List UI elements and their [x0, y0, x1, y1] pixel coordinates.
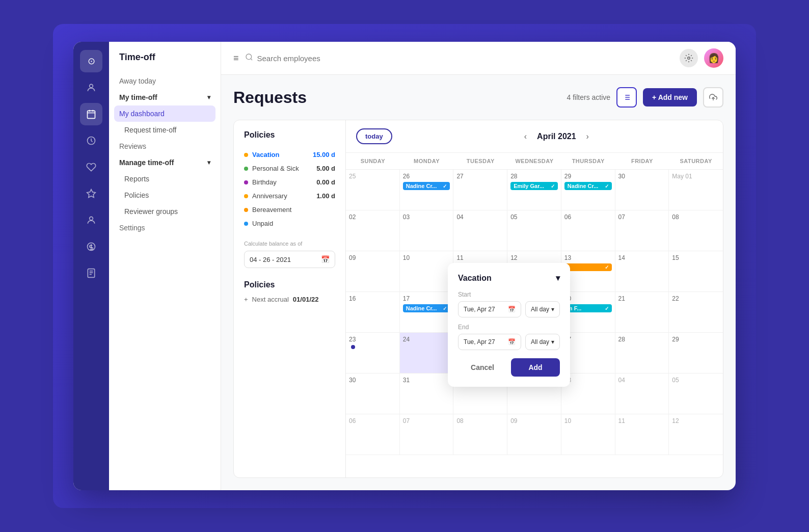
policy-anniversary-label: Anniversary: [252, 192, 287, 200]
sidebar-icon-person[interactable]: [80, 209, 102, 231]
sidebar-icon-star[interactable]: [80, 182, 102, 205]
cal-cell-03[interactable]: 03: [400, 210, 454, 251]
balance-date-input[interactable]: 04 - 26 - 2021 📅: [244, 251, 335, 268]
avatar[interactable]: 👩: [704, 48, 723, 68]
cal-cell-june10[interactable]: 10: [561, 414, 615, 455]
cal-cell-june11[interactable]: 11: [615, 414, 669, 455]
today-button[interactable]: today: [356, 128, 392, 144]
policies-section2-title: Policies: [244, 280, 335, 289]
cal-cell-09[interactable]: 09: [346, 251, 400, 292]
filter-button[interactable]: [616, 87, 637, 108]
cal-event-emily-28[interactable]: Emily Gar...✓: [510, 182, 558, 190]
cal-cell-june08[interactable]: 08: [453, 414, 507, 455]
cal-cell-29-w5[interactable]: 29: [669, 333, 723, 374]
cal-cell-08[interactable]: 08: [669, 210, 723, 251]
policy-unpaid[interactable]: Unpaid: [244, 217, 335, 230]
popup-type-label: Vacation: [458, 274, 492, 283]
svg-line-15: [251, 59, 252, 60]
cal-cell-23[interactable]: 23: [346, 333, 400, 374]
nav-reviews[interactable]: Reviews: [109, 138, 221, 154]
cal-cell-27[interactable]: 27: [453, 170, 507, 210]
nav-settings[interactable]: Settings: [109, 220, 221, 236]
next-accrual-date: 01/01/22: [293, 296, 319, 303]
add-event-popup: Vacation ▾ Start Tue, Apr 27 📅 Al: [448, 263, 570, 387]
cal-cell-06[interactable]: 06: [561, 210, 615, 251]
sidebar-icon-document[interactable]: [80, 262, 102, 284]
popup-start-date[interactable]: Tue, Apr 27 📅: [458, 301, 521, 317]
cal-cell-june06[interactable]: 06: [346, 414, 400, 455]
cal-cell-17[interactable]: 17 Nadine Cr...✓: [400, 292, 454, 333]
add-new-button[interactable]: + Add new: [643, 88, 697, 107]
cal-event-nadine-17[interactable]: Nadine Cr...✓: [403, 304, 450, 312]
policy-birthday[interactable]: Birthday 0.00 d: [244, 175, 335, 189]
cal-cell-31[interactable]: 31: [400, 374, 454, 414]
cal-cell-june09[interactable]: 09: [507, 414, 561, 455]
nav-reports[interactable]: Reports: [109, 171, 221, 187]
cal-cell-26[interactable]: 26 Nadine Cr...✓: [400, 170, 454, 210]
cal-cell-16[interactable]: 16: [346, 292, 400, 333]
cal-cell-02[interactable]: 02: [346, 210, 400, 251]
cal-cell-28-w5[interactable]: 28: [615, 333, 669, 374]
nav-reviewer-groups[interactable]: Reviewer groups: [109, 203, 221, 220]
cal-cell-21[interactable]: 21: [615, 292, 669, 333]
cal-cell-14[interactable]: 14: [615, 251, 669, 292]
cal-cell-24[interactable]: 24: [400, 333, 454, 374]
prev-month-button[interactable]: ‹: [524, 132, 527, 141]
menu-icon[interactable]: ≡: [233, 53, 239, 64]
cal-event-nadine-26[interactable]: Nadine Cr...✓: [403, 182, 450, 190]
calendar-icon: 📅: [508, 306, 516, 313]
cal-cell-10[interactable]: 10: [400, 251, 454, 292]
nav-my-timeoff[interactable]: My time-off ▾: [109, 89, 221, 105]
policy-anniversary[interactable]: Anniversary 1.00 d: [244, 189, 335, 203]
cal-event-mf-20[interactable]: m F...✓: [564, 304, 612, 312]
settings-icon[interactable]: [680, 49, 698, 67]
cancel-button[interactable]: Cancel: [458, 358, 507, 377]
next-accrual[interactable]: + Next accrual 01/01/22: [244, 296, 335, 303]
upload-button[interactable]: [703, 87, 723, 108]
cal-cell-25-prev[interactable]: 25: [346, 170, 400, 210]
search-input[interactable]: [257, 54, 673, 63]
cal-cell-15[interactable]: 15: [669, 251, 723, 292]
top-bar: ≡ 👩: [221, 42, 736, 75]
cal-cell-05[interactable]: 05: [507, 210, 561, 251]
sidebar-icon-calendar[interactable]: [80, 103, 102, 125]
policy-bereavement[interactable]: Bereavement: [244, 203, 335, 217]
popup-actions: Cancel Add: [458, 358, 560, 377]
balance-label: Calculate balance as of: [244, 241, 335, 247]
cal-event-nadine-29[interactable]: Nadine Cr...✓: [564, 182, 612, 190]
nav-request-timeoff[interactable]: Request time-off: [109, 122, 221, 138]
calendar-nav-arrows: ‹ April 2021 ›: [524, 132, 589, 141]
cal-cell-june07[interactable]: 07: [400, 414, 454, 455]
popup-end-date[interactable]: Tue, Apr 27 📅: [458, 334, 521, 350]
popup-end-time[interactable]: All day ▾: [525, 334, 560, 350]
popup-start-time[interactable]: All day ▾: [525, 301, 560, 317]
popup-start-time-value: All day: [531, 306, 549, 313]
next-month-button[interactable]: ›: [586, 132, 589, 141]
svg-point-16: [688, 57, 690, 60]
nav-manage-timeoff[interactable]: Manage time-off ▾: [109, 154, 221, 171]
cal-cell-30-w6[interactable]: 30: [346, 374, 400, 414]
cal-event-orange-13[interactable]: ✓: [564, 263, 612, 271]
policy-personal-sick[interactable]: Personal & Sick 5.00 d: [244, 162, 335, 175]
nav-policies[interactable]: Policies: [109, 187, 221, 203]
sidebar-icon-heart[interactable]: [80, 156, 102, 178]
nav-away-today[interactable]: Away today: [109, 73, 221, 89]
sidebar-icon-contacts[interactable]: [80, 76, 102, 99]
cal-cell-28[interactable]: 28 Emily Gar...✓: [507, 170, 561, 210]
cal-cell-07[interactable]: 07: [615, 210, 669, 251]
nav-my-dashboard[interactable]: My dashboard: [114, 105, 215, 122]
sidebar-icon-radio[interactable]: ⊙: [80, 50, 102, 72]
sidebar-icon-clock[interactable]: [80, 129, 102, 152]
cal-cell-22[interactable]: 22: [669, 292, 723, 333]
cal-cell-04[interactable]: 04: [453, 210, 507, 251]
cal-cell-30[interactable]: 30: [615, 170, 669, 210]
cal-cell-june05[interactable]: 05: [669, 374, 723, 414]
sidebar-icon-dollar[interactable]: [80, 235, 102, 258]
cal-cell-june04[interactable]: 04: [615, 374, 669, 414]
popup-start-row: Tue, Apr 27 📅 All day ▾: [458, 301, 560, 317]
cal-cell-may01[interactable]: May 01: [669, 170, 723, 210]
policy-vacation[interactable]: Vacation 15.00 d: [244, 148, 335, 162]
cal-cell-29[interactable]: 29 Nadine Cr...✓: [561, 170, 615, 210]
add-button[interactable]: Add: [511, 358, 560, 377]
cal-cell-june12[interactable]: 12: [669, 414, 723, 455]
